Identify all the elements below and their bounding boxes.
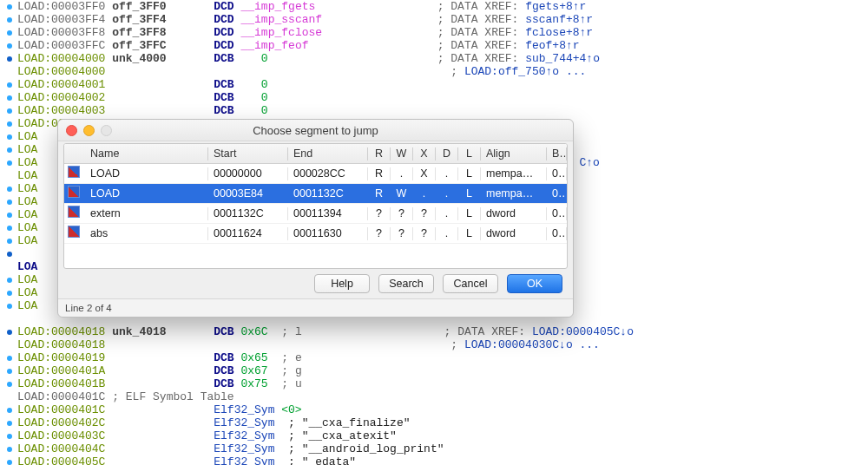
table-header[interactable]: Name Start End R W X D L Align Bas — [64, 144, 567, 164]
col-name[interactable]: Name — [85, 147, 208, 160]
col-start[interactable]: Start — [208, 147, 288, 160]
segment-icon — [68, 166, 80, 178]
col-r[interactable]: R — [368, 147, 391, 160]
dialog-buttons: Help Search Cancel OK — [63, 269, 568, 298]
col-bas[interactable]: Bas — [547, 147, 567, 160]
segment-icon — [68, 226, 80, 238]
dialog-status: Line 2 of 4 — [58, 298, 573, 317]
segment-icon — [68, 186, 80, 198]
search-button[interactable]: Search — [378, 274, 434, 293]
ok-button[interactable]: OK — [507, 274, 562, 293]
dialog-titlebar[interactable]: Choose segment to jump — [58, 120, 573, 141]
zoom-icon[interactable] — [101, 125, 112, 136]
col-x[interactable]: X — [413, 147, 436, 160]
table-row[interactable]: LOAD00000000000028CCR.X.Lmempa…01 — [64, 164, 567, 184]
col-w[interactable]: W — [391, 147, 413, 160]
col-d[interactable]: D — [436, 147, 458, 160]
segment-icon — [68, 206, 80, 218]
segments-table[interactable]: Name Start End R W X D L Align Bas LOAD0… — [63, 143, 568, 269]
col-l[interactable]: L — [458, 147, 481, 160]
close-icon[interactable] — [66, 125, 77, 136]
cancel-button[interactable]: Cancel — [443, 274, 498, 293]
col-end[interactable]: End — [288, 147, 368, 160]
col-align[interactable]: Align — [481, 147, 547, 160]
help-button[interactable]: Help — [314, 274, 370, 293]
dialog-title: Choose segment to jump — [58, 124, 573, 137]
choose-segment-dialog: Choose segment to jump Name Start End R … — [57, 119, 574, 318]
table-row[interactable]: abs0001162400011630???.Ldword04 — [64, 224, 567, 244]
table-row[interactable]: LOAD00003E840001132CRW..Lmempa…02 — [64, 184, 567, 204]
minimize-icon[interactable] — [83, 125, 95, 136]
table-row[interactable]: extern0001132C00011394???.Ldword03 — [64, 204, 567, 224]
